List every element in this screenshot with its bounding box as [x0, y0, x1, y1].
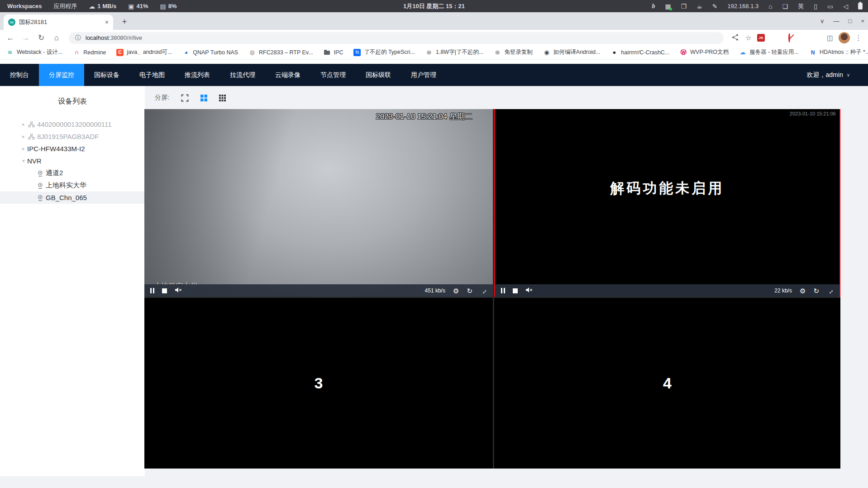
caret-right-icon[interactable]: ▸ — [20, 121, 27, 127]
reload-button[interactable]: ↻ — [35, 33, 47, 43]
player-fullscreen-icon[interactable]: ↔ — [825, 286, 835, 295]
video-window-3[interactable]: 3 — [144, 298, 493, 469]
side-panel-icon[interactable]: ◫ — [825, 34, 835, 42]
bookmark-csdn[interactable]: Cjava、android可... — [116, 48, 172, 56]
phone-link-icon[interactable]: ▯ — [814, 3, 817, 10]
nav-item-gb-devices[interactable]: 国标设备 — [84, 64, 129, 86]
muted-speaker-icon[interactable] — [175, 287, 182, 295]
bookmark-wvp-docs[interactable]: ⓌWVP-PRO文档 — [680, 48, 729, 56]
video-1-timestamp-overlay: 2023-01-10 15:21:04 星期二 — [376, 111, 472, 122]
tree-item-device-8J01915PAGB3ADF[interactable]: ▸ 8J01915PAGB3ADF — [0, 130, 145, 143]
home-button[interactable]: ⌂ — [51, 33, 62, 43]
nav-item-map[interactable]: 电子地图 — [129, 64, 175, 86]
window-close-button[interactable]: × — [861, 18, 864, 24]
nav-item-user-manage[interactable]: 用户管理 — [401, 64, 446, 86]
tree-item-channel-shangdi[interactable]: 上地科实大华 — [0, 179, 145, 191]
windows-tray-icon[interactable]: ❏ — [782, 3, 788, 10]
pause-icon[interactable] — [501, 288, 505, 293]
fullscreen-icon[interactable] — [181, 94, 189, 102]
bing-tray-icon[interactable]: b — [652, 3, 655, 10]
input-method-indicator[interactable]: 英 — [798, 2, 804, 10]
nav-item-push-list[interactable]: 推流列表 — [175, 64, 220, 86]
browser-toolbar: ← → ↻ ⌂ ⓘ localhost:38080/#/live ☆ JS ◫ … — [0, 30, 868, 46]
bookmark-ipc-folder[interactable]: IPC — [324, 49, 343, 56]
player-refresh-icon[interactable]: ↻ — [467, 287, 472, 294]
muted-speaker-icon[interactable] — [525, 287, 533, 295]
app-body: 设备列表 ▸ 44020000013200000111 ▸ 8J01915PAG… — [0, 86, 868, 488]
coffee-tray-icon[interactable]: ☕ — [696, 3, 702, 10]
window-maximize-button[interactable]: □ — [849, 18, 852, 24]
profile-avatar[interactable] — [839, 32, 850, 43]
tree-item-channel-2[interactable]: 通道2 — [0, 167, 145, 179]
clipboard-tray-icon[interactable]: ❐ — [681, 3, 687, 10]
back-button[interactable]: ← — [5, 33, 16, 43]
tab-search-chevron-icon[interactable]: ∨ — [820, 18, 825, 24]
forward-button[interactable]: → — [20, 33, 32, 43]
video-window-4[interactable]: 4 — [494, 298, 840, 469]
blocker-extension-icon[interactable] — [784, 34, 794, 42]
bookmark-android-compile[interactable]: ◉如何编译Android... — [543, 48, 601, 56]
pause-icon[interactable] — [150, 288, 154, 293]
bookmark-redmine[interactable]: ∩Redmine — [73, 49, 106, 56]
caret-down-icon[interactable]: ▾ — [20, 158, 27, 164]
stop-icon[interactable] — [162, 288, 167, 293]
nav-item-split-monitor[interactable]: 分屏监控 — [39, 64, 84, 86]
bookmark-18w[interactable]: ⊛1.8W字|了不起的... — [425, 48, 483, 56]
new-tab-button[interactable]: + — [119, 16, 130, 28]
browser-tab[interactable]: ⋈ 国标28181 × — [4, 14, 113, 30]
ip-address[interactable]: 192.168.1.3 — [728, 3, 759, 10]
bookmark-copy-nologin[interactable]: ⊛免登录复制 — [494, 48, 533, 56]
caret-right-icon[interactable]: ▸ — [20, 146, 27, 152]
applications-menu[interactable]: 应用程序 — [53, 2, 77, 10]
battery-icon[interactable] — [858, 3, 863, 10]
csdn-favicon: C — [116, 49, 124, 56]
folder-icon — [324, 49, 331, 56]
grid-3x3-icon[interactable] — [219, 95, 226, 101]
bookmark-rfc2833[interactable]: ◍RFC2833 – RTP Ev... — [248, 49, 313, 56]
browser-menu-icon[interactable]: ⋮ — [854, 34, 863, 42]
tree-item-device-NVR[interactable]: ▾ NVR — [0, 155, 145, 167]
player-settings-icon[interactable]: ⚙ — [800, 287, 806, 294]
bookmark-star-icon[interactable]: ☆ — [744, 34, 754, 42]
bookmark-zhihu-typescript[interactable]: 知了不起的 TypeScri... — [353, 48, 415, 56]
nav-item-pull-proxy[interactable]: 拉流代理 — [220, 64, 265, 86]
screenshot-tray-icon[interactable]: ▦ — [665, 3, 671, 10]
address-bar[interactable]: ⓘ localhost:38080/#/live — [69, 32, 724, 44]
welcome-admin-menu[interactable]: 欢迎，admin ∨ — [807, 64, 868, 86]
video-window-2[interactable]: 解码功能未启用 2023-01-10 15:21:06 22 kb/s ⚙ ↻ … — [494, 109, 840, 297]
tree-item-channel-gb-chn-065[interactable]: GB_Chn_065 — [0, 191, 145, 204]
tree-item-device-IPC-HFW4433M-I2[interactable]: ▸ IPC-HFW4433M-I2 — [0, 143, 145, 155]
nav-item-node-manage[interactable]: 节点管理 — [310, 64, 356, 86]
display-icon[interactable]: ▭ — [827, 3, 833, 10]
webcam-icon — [37, 195, 43, 201]
clock[interactable]: 1月10日 星期二 15：21 — [403, 2, 465, 10]
video-window-1[interactable]: 2023-01-10 15:21:04 星期二 上地科实大华 451 kb/s … — [144, 109, 493, 297]
stop-icon[interactable] — [513, 288, 518, 293]
window-minimize-button[interactable]: — — [834, 18, 839, 24]
share-icon[interactable] — [730, 34, 740, 42]
player-refresh-icon[interactable]: ↻ — [813, 287, 819, 294]
home-tray-icon[interactable]: ⌂ — [768, 3, 772, 10]
bookmark-hdatmos[interactable]: NHDAtmos :: 种子 *... — [809, 48, 868, 56]
nav-item-gb-cascade[interactable]: 国标级联 — [356, 64, 401, 86]
site-info-icon[interactable]: ⓘ — [75, 34, 81, 42]
split-screen-label: 分屏: — [155, 94, 169, 102]
bookmark-tencent-server[interactable]: ☁服务器 - 轻量应用... — [739, 48, 799, 56]
player-fullscreen-icon[interactable]: ↔ — [479, 286, 488, 295]
bookmark-github-crashc[interactable]: ●hairrrrr/C-CrashC... — [610, 49, 669, 56]
js-extension-icon[interactable]: JS — [757, 34, 767, 42]
bookmark-qnap[interactable]: ◕QNAP Turbo NAS — [182, 49, 238, 56]
bookmark-webstack[interactable]: ≋Webstack - 设计... — [6, 48, 62, 56]
volume-icon[interactable]: ◁ — [843, 3, 848, 10]
grid-2x2-icon[interactable] — [200, 95, 207, 101]
nav-item-console[interactable]: 控制台 — [0, 64, 39, 86]
sidebar-title: 设备列表 — [0, 86, 145, 106]
tree-item-device-44020000013200000111[interactable]: ▸ 44020000013200000111 — [0, 118, 145, 130]
caret-right-icon[interactable]: ▸ — [20, 134, 27, 139]
workspaces-button[interactable]: Workspaces — [7, 3, 42, 10]
player-settings-icon[interactable]: ⚙ — [453, 287, 459, 294]
tab-close-icon[interactable]: × — [105, 19, 109, 26]
pen-tray-icon[interactable]: ✎ — [712, 3, 718, 10]
webstack-favicon: ≋ — [6, 49, 14, 56]
nav-item-cloud-record[interactable]: 云端录像 — [265, 64, 310, 86]
